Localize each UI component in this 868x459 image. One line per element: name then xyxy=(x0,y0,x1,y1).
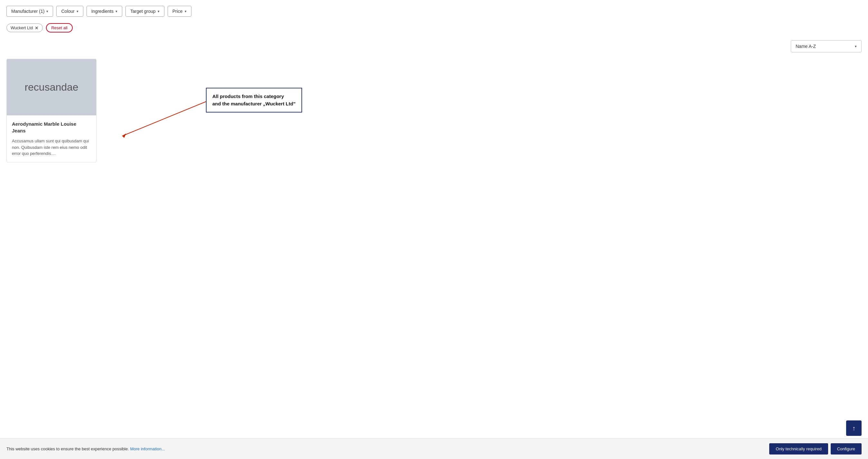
chevron-down-icon: ▾ xyxy=(855,44,857,48)
svg-marker-1 xyxy=(122,133,126,138)
filter-manufacturer-button[interactable]: Manufacturer (1) ▾ xyxy=(6,6,53,17)
chevron-down-icon: ▾ xyxy=(76,9,79,13)
filter-ingredients-button[interactable]: Ingredients ▾ xyxy=(87,6,122,17)
product-image: recusandae xyxy=(7,59,96,116)
filter-ingredients-label: Ingredients xyxy=(91,9,114,14)
sort-select-label: Name A-Z xyxy=(796,44,816,49)
sort-select[interactable]: Name A-Z ▾ xyxy=(791,40,862,53)
cookie-configure-button[interactable]: Configure xyxy=(831,443,862,455)
chevron-down-icon: ▾ xyxy=(185,9,187,13)
filter-colour-button[interactable]: Colour ▾ xyxy=(56,6,83,17)
filter-bar: Manufacturer (1) ▾ Colour ▾ Ingredients … xyxy=(0,0,868,21)
cookie-bar-text: This website uses cookies to ensure the … xyxy=(6,447,769,451)
svg-line-0 xyxy=(122,99,212,136)
annotation-line2: and the manufacturer „Wuckert Ltd" xyxy=(212,101,296,106)
product-info: Aerodynamic Marble Louise Jeans Accusamu… xyxy=(7,116,96,162)
cookie-bar-buttons: Only technically required Configure xyxy=(769,443,862,455)
filter-target-group-button[interactable]: Target group ▾ xyxy=(125,6,164,17)
filter-price-label: Price xyxy=(173,9,183,14)
reset-all-button[interactable]: Reset all xyxy=(46,23,73,32)
chevron-down-icon: ▾ xyxy=(46,9,48,13)
scroll-to-top-button[interactable]: ↑ xyxy=(846,420,862,436)
active-filters-bar: Wuckert Ltd ✕ Reset all xyxy=(0,21,868,37)
cookie-bar: This website uses cookies to ensure the … xyxy=(0,438,868,459)
active-filter-wuckert[interactable]: Wuckert Ltd ✕ xyxy=(6,24,43,32)
chevron-down-icon: ▾ xyxy=(116,9,117,13)
remove-filter-icon[interactable]: ✕ xyxy=(35,26,39,30)
product-grid: recusandae Aerodynamic Marble Louise Jea… xyxy=(0,56,868,194)
product-description: Accusamus ullam sunt qui quibusdam qui n… xyxy=(12,138,91,157)
arrow-up-icon: ↑ xyxy=(852,425,856,432)
cookie-text: This website uses cookies to ensure the … xyxy=(6,447,129,451)
annotation-line1: All products from this category xyxy=(212,94,284,99)
product-image-text: recusandae xyxy=(25,81,78,93)
filter-colour-label: Colour xyxy=(61,9,74,14)
sort-bar: Name A-Z ▾ xyxy=(0,37,868,56)
active-filter-wuckert-label: Wuckert Ltd xyxy=(11,25,33,30)
chevron-down-icon: ▾ xyxy=(158,9,160,13)
product-name: Aerodynamic Marble Louise Jeans xyxy=(12,121,91,134)
filter-target-group-label: Target group xyxy=(130,9,156,14)
product-card[interactable]: recusandae Aerodynamic Marble Louise Jea… xyxy=(6,59,96,162)
annotation-box: All products from this category and the … xyxy=(206,88,302,112)
cookie-required-button[interactable]: Only technically required xyxy=(769,443,828,455)
cookie-more-info-link[interactable]: More information... xyxy=(130,447,165,451)
filter-price-button[interactable]: Price ▾ xyxy=(167,6,191,17)
filter-manufacturer-label: Manufacturer (1) xyxy=(11,9,44,14)
